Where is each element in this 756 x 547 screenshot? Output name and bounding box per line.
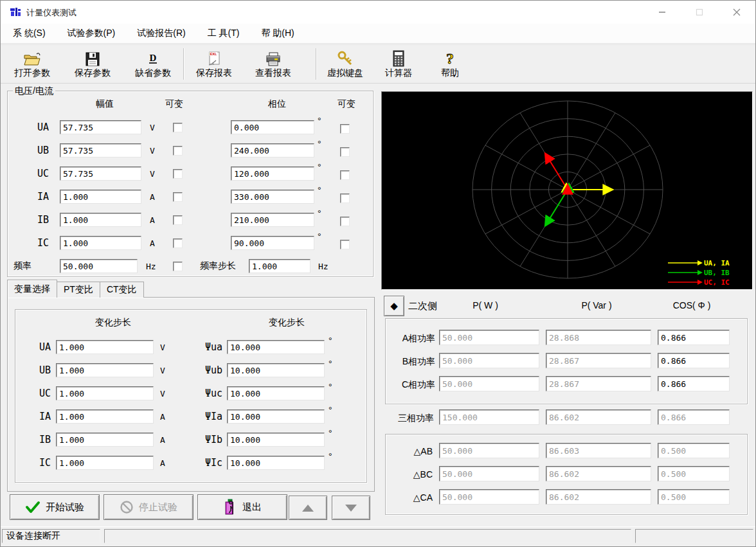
psi-ib-step-input[interactable] <box>227 433 325 447</box>
frequency-step-input[interactable] <box>249 259 310 273</box>
ib-step-input[interactable] <box>56 433 154 447</box>
save-report-button[interactable]: EXL 保存报表 <box>184 45 244 83</box>
ub-step-input[interactable] <box>56 363 154 377</box>
delta-ca-label: △CA <box>395 492 433 503</box>
ub-amplitude-variable-checkbox[interactable] <box>173 146 183 156</box>
ia-step-unit: A <box>160 412 165 422</box>
uc-step-input[interactable] <box>56 386 154 400</box>
step-left-column-header: 变化步长 <box>68 317 158 328</box>
secondary-side-toggle-button[interactable]: ◆ <box>384 296 404 316</box>
status-bar: 设备连接断开 <box>1 526 755 546</box>
start-test-label: 开始试验 <box>46 501 84 514</box>
minimize-button[interactable] <box>644 1 681 24</box>
ia-step-input[interactable] <box>56 409 154 424</box>
frequency-step-unit: Hz <box>318 262 328 271</box>
ic-phase-input[interactable] <box>231 236 314 250</box>
ic-amplitude-input[interactable] <box>60 236 141 250</box>
uc-phase-input[interactable] <box>231 166 314 181</box>
svg-text:?: ? <box>446 50 454 67</box>
step-row-label-ua: UA <box>20 341 51 353</box>
view-report-button[interactable]: 查看报表 <box>244 45 303 83</box>
psi-ub-step-input[interactable] <box>227 363 325 377</box>
ib-unit: A <box>150 215 155 225</box>
virtual-keyboard-button[interactable]: 虚拟键盘 <box>317 45 374 83</box>
tab-ct-ratio[interactable]: CT变比 <box>100 282 144 298</box>
ua-phase-input[interactable] <box>231 120 314 134</box>
open-params-button[interactable]: 打开参数 <box>2 45 62 83</box>
ua-phase-variable-checkbox[interactable] <box>340 124 350 134</box>
menu-test-params[interactable]: 试验参数(P) <box>65 26 118 40</box>
ic-step-input[interactable] <box>56 456 154 470</box>
psi-ia-step-input[interactable] <box>227 409 325 424</box>
ib-phase-input[interactable] <box>231 213 314 227</box>
delta-ab-label: △AB <box>395 446 433 456</box>
uc-degree-symbol: ° <box>318 162 321 172</box>
save-params-button[interactable]: 保存参数 <box>62 45 123 83</box>
phase-column-header: 相位 <box>239 98 316 110</box>
svg-text:UC, IC: UC, IC <box>704 278 730 287</box>
calculator-button[interactable]: 计算器 <box>374 45 424 83</box>
uc-step-unit: V <box>160 389 165 399</box>
default-params-button[interactable]: D 缺省参数 <box>123 45 183 83</box>
ia-phase-variable-checkbox[interactable] <box>340 193 350 203</box>
psi-ua-step-input[interactable] <box>227 340 325 354</box>
ia-amplitude-input[interactable] <box>60 190 141 204</box>
ua-step-input[interactable] <box>56 340 154 354</box>
check-icon <box>25 501 40 514</box>
stop-test-button[interactable]: 停止试验 <box>104 494 194 520</box>
step-row-label-ia: IA <box>20 411 51 422</box>
row-label-ub: UB <box>20 145 49 156</box>
ib-amplitude-input[interactable] <box>60 213 141 227</box>
psi-ua-label: Ψua <box>190 341 222 353</box>
ub-phase-input[interactable] <box>231 143 314 157</box>
exit-button[interactable]: 退出 <box>197 494 287 520</box>
start-test-button[interactable]: 开始试验 <box>10 494 100 520</box>
tab-pt-ratio[interactable]: PT变比 <box>57 282 100 298</box>
ic-amplitude-variable-checkbox[interactable] <box>173 238 183 248</box>
psi-ib-degree: ° <box>328 428 332 438</box>
ia-unit: A <box>150 192 155 202</box>
ub-degree-symbol: ° <box>318 139 321 149</box>
ua-amplitude-input[interactable] <box>60 120 141 134</box>
psi-uc-step-input[interactable] <box>227 386 325 400</box>
uc-amplitude-input[interactable] <box>60 166 141 181</box>
psi-ub-degree: ° <box>328 359 332 369</box>
ib-amplitude-variable-checkbox[interactable] <box>173 215 183 225</box>
scroll-up-button[interactable] <box>289 496 327 520</box>
menu-tools[interactable]: 工 具(T) <box>205 26 242 40</box>
step-row-label-uc: UC <box>20 388 51 399</box>
scroll-down-button[interactable] <box>332 496 370 520</box>
menu-help[interactable]: 帮 助(H) <box>258 26 296 40</box>
uc-phase-variable-checkbox[interactable] <box>340 170 350 180</box>
close-button[interactable] <box>718 1 755 24</box>
psi-ia-degree: ° <box>328 405 332 415</box>
ia-amplitude-variable-checkbox[interactable] <box>173 192 183 202</box>
ua-amplitude-variable-checkbox[interactable] <box>173 123 183 132</box>
title-bar: 计量仪表测试 <box>1 1 755 24</box>
a-phase-var-value: 28.868 <box>546 330 651 345</box>
ib-phase-variable-checkbox[interactable] <box>340 217 350 226</box>
status-segment-right <box>635 529 753 543</box>
maximize-button[interactable] <box>681 1 718 24</box>
calculator-icon <box>392 49 405 67</box>
menu-test-report[interactable]: 试验报告(R) <box>134 26 188 40</box>
step-row-label-ic: IC <box>20 457 51 469</box>
c-phase-power-label: C相功率 <box>393 379 435 391</box>
save-icon <box>85 49 100 67</box>
psi-ic-step-input[interactable] <box>227 456 325 470</box>
ic-degree-symbol: ° <box>318 231 321 242</box>
ub-amplitude-input[interactable] <box>60 143 141 157</box>
step-row-label-ub: UB <box>20 364 51 376</box>
frequency-variable-checkbox[interactable] <box>173 262 183 271</box>
frequency-input[interactable] <box>60 259 138 273</box>
toolbar: 打开参数 保存参数 D 缺省参数 EXL 保存报表 查看报表 <box>1 44 755 84</box>
ub-phase-variable-checkbox[interactable] <box>340 147 350 157</box>
ic-phase-variable-checkbox[interactable] <box>340 240 350 249</box>
tab-variable-select[interactable]: 变量选择 <box>7 280 57 298</box>
ia-phase-input[interactable] <box>231 190 314 204</box>
help-button[interactable]: ? 帮助 <box>424 45 476 83</box>
status-text: 设备连接断开 <box>6 530 60 542</box>
menu-system[interactable]: 系 统(S) <box>10 26 48 40</box>
tab-label: PT变比 <box>64 284 93 294</box>
uc-amplitude-variable-checkbox[interactable] <box>173 169 183 179</box>
